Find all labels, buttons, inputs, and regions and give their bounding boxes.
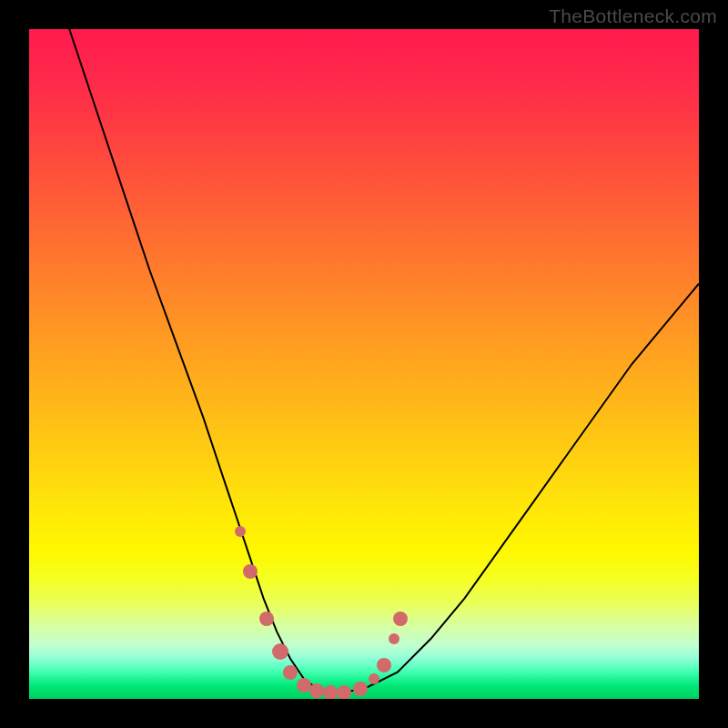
data-marker <box>337 685 351 699</box>
data-marker <box>353 682 368 696</box>
data-marker <box>369 673 379 684</box>
data-marker <box>389 633 399 644</box>
watermark-text: TheBottleneck.com <box>549 5 717 27</box>
data-marker <box>297 678 311 693</box>
data-marker <box>243 564 258 579</box>
data-marker <box>393 612 408 626</box>
data-marker <box>283 665 298 680</box>
data-marker <box>377 658 391 672</box>
data-marker <box>323 685 338 699</box>
data-marker <box>272 643 288 660</box>
data-marker <box>309 683 324 698</box>
data-marker <box>235 526 246 537</box>
marker-layer <box>29 29 699 699</box>
plot-area <box>29 29 699 699</box>
data-marker <box>259 612 274 626</box>
chart-frame: TheBottleneck.com <box>0 0 728 728</box>
